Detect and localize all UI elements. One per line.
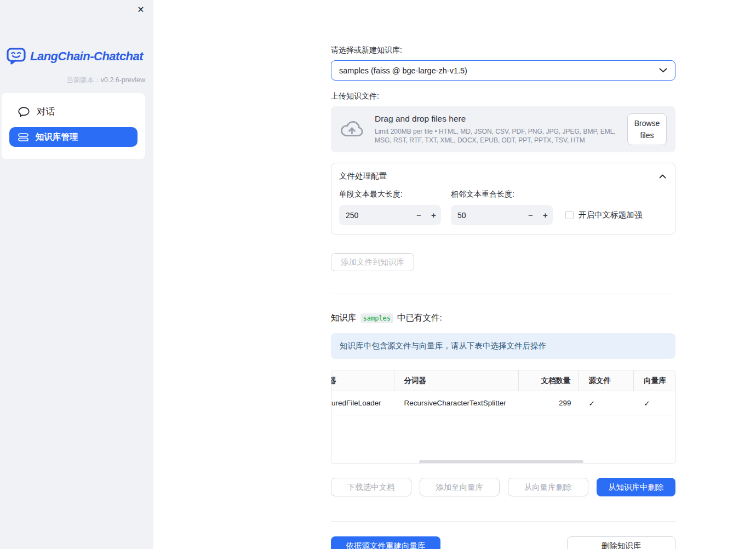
- chevron-up-icon: [659, 174, 666, 179]
- expander-body: 单段文本最大长度: 250 − + 相邻文本重合长度: 50 − +: [339, 190, 666, 225]
- sidebar-menu: 对话 知识库管理: [2, 93, 145, 159]
- cloud-upload-icon: [340, 120, 364, 139]
- logo-text: LangChain-Chatchat: [30, 49, 143, 64]
- divider: [331, 294, 675, 294]
- rebuild-vector-store-button[interactable]: 依据源文件重建向量库: [331, 536, 440, 549]
- sidebar-item-label: 知识库管理: [36, 131, 78, 143]
- upload-label: 上传知识文件:: [331, 92, 675, 101]
- heading-prefix: 知识库: [331, 312, 357, 324]
- chat-bubble-icon: [18, 107, 30, 117]
- app-logo: LangChain-Chatchat: [7, 48, 143, 65]
- overlap-size-increment-button[interactable]: +: [538, 210, 553, 220]
- cell-loader: uredFileLoader: [331, 391, 394, 415]
- version-value: v0.2.6-preview: [101, 76, 145, 84]
- divider: [331, 521, 675, 522]
- sidebar-item-label: 对话: [37, 106, 55, 118]
- kb-select[interactable]: samples (faiss @ bge-large-zh-v1.5): [331, 60, 675, 81]
- overlap-size-input[interactable]: 50 − +: [451, 205, 553, 225]
- expander-header[interactable]: 文件处理配置: [339, 171, 666, 181]
- overlap-size-group: 相邻文本重合长度: 50 − +: [451, 190, 553, 225]
- delete-kb-button[interactable]: 删除知识库: [567, 536, 675, 549]
- heading-suffix: 中已有文件:: [397, 312, 442, 324]
- column-header-loader[interactable]: 器: [331, 370, 394, 391]
- info-alert: 知识库中包含源文件与向量库，请从下表中选择文件后操作: [331, 333, 675, 359]
- version-label: 当前版本：: [66, 76, 101, 84]
- chunk-size-decrement-button[interactable]: −: [411, 210, 426, 220]
- list-stack-icon: [18, 133, 28, 142]
- delete-from-kb-button[interactable]: 从知识库中删除: [597, 478, 676, 496]
- main-content: 请选择或新建知识库: samples (faiss @ bge-large-zh…: [331, 45, 675, 549]
- sidebar: ✕ LangChain-Chatchat 当前版本：v0.2.6-preview: [0, 0, 153, 549]
- zh-title-enhance-label[interactable]: 开启中文标题加强: [579, 210, 642, 220]
- add-to-vector-store-button[interactable]: 添加至向量库: [420, 478, 500, 496]
- cell-splitter: RecursiveCharacterTextSplitter: [394, 391, 519, 415]
- dropzone-title: Drag and drop files here: [375, 114, 622, 124]
- kb-footer-buttons: 依据源文件重建向量库 删除知识库: [331, 536, 675, 549]
- zh-title-enhance-group: 开启中文标题加强: [565, 205, 642, 225]
- kb-name-code: samples: [360, 313, 394, 323]
- sidebar-item-knowledge-base[interactable]: 知识库管理: [9, 127, 138, 147]
- browse-files-button[interactable]: Browse files: [627, 113, 667, 146]
- chunk-size-increment-button[interactable]: +: [426, 210, 441, 220]
- chunk-size-input[interactable]: 250 − +: [339, 205, 441, 225]
- kb-select-label: 请选择或新建知识库:: [331, 45, 675, 55]
- chunk-size-label: 单段文本最大长度:: [339, 190, 441, 199]
- expander-title: 文件处理配置: [339, 171, 387, 181]
- kb-select-value: samples (faiss @ bge-large-zh-v1.5): [339, 66, 659, 75]
- overlap-size-label: 相邻文本重合长度:: [451, 190, 553, 199]
- app-page: ✕ LangChain-Chatchat 当前版本：v0.2.6-preview: [0, 0, 756, 549]
- column-header-doc-count[interactable]: 文档数量: [519, 370, 579, 391]
- column-header-vector-store[interactable]: 向量库: [634, 370, 675, 391]
- remove-from-vector-store-button[interactable]: 从向量库删除: [508, 478, 588, 496]
- table-horizontal-scrollbar[interactable]: [419, 460, 583, 463]
- dropzone-text: Drag and drop files here Limit 200MB per…: [375, 114, 622, 145]
- chunk-size-group: 单段文本最大长度: 250 − +: [339, 190, 441, 225]
- dropzone-limit-text: Limit 200MB per file • HTML, MD, JSON, C…: [375, 127, 622, 145]
- table-row[interactable]: uredFileLoader RecursiveCharacterTextSpl…: [331, 391, 675, 415]
- info-alert-text: 知识库中包含源文件与向量库，请从下表中选择文件后操作: [340, 341, 546, 351]
- logo-chat-smiley-icon: [7, 48, 26, 65]
- sidebar-item-dialogue[interactable]: 对话: [9, 102, 138, 122]
- column-header-source-file[interactable]: 源文件: [579, 370, 634, 391]
- cell-source-file-check: ✓: [579, 391, 634, 415]
- chevron-down-icon: [659, 68, 667, 73]
- cell-vector-store-check: ✓: [634, 391, 675, 415]
- sidebar-close-icon[interactable]: ✕: [135, 4, 146, 15]
- kb-files-heading: 知识库 samples 中已有文件:: [331, 312, 675, 324]
- file-action-buttons: 下载选中文档 添加至向量库 从向量库删除 从知识库中删除: [331, 478, 675, 496]
- add-files-to-kb-button[interactable]: 添加文件到知识库: [331, 253, 414, 271]
- overlap-size-decrement-button[interactable]: −: [523, 210, 538, 220]
- table-header: 器 分词器 文档数量 源文件 向量库: [331, 370, 675, 391]
- kb-files-table: 器 分词器 文档数量 源文件 向量库 uredFileLoader Recurs…: [331, 370, 675, 464]
- column-header-splitter[interactable]: 分词器: [394, 370, 519, 391]
- download-selected-button[interactable]: 下载选中文档: [331, 478, 411, 496]
- chunk-size-value[interactable]: 250: [339, 211, 411, 220]
- file-config-expander: 文件处理配置 单段文本最大长度: 250 − + 相邻文本重合长度:: [331, 163, 675, 235]
- overlap-size-value[interactable]: 50: [451, 211, 523, 220]
- cell-doc-count: 299: [519, 391, 579, 415]
- zh-title-enhance-checkbox[interactable]: [565, 211, 574, 219]
- version-info: 当前版本：v0.2.6-preview: [66, 76, 145, 85]
- file-dropzone[interactable]: Drag and drop files here Limit 200MB per…: [331, 106, 675, 152]
